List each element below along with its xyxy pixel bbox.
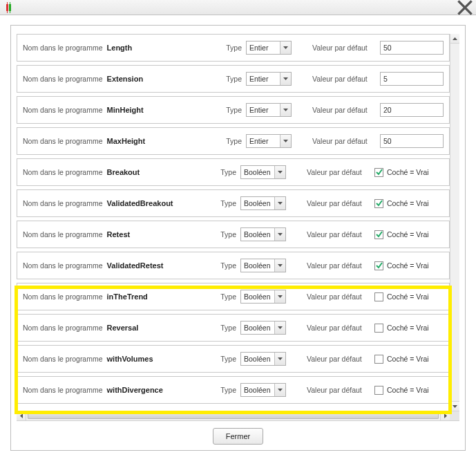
scroll-up-button[interactable] (450, 34, 459, 44)
type-select[interactable]: Entier (246, 72, 292, 86)
default-value-checkbox[interactable] (374, 386, 383, 395)
label-name: Nom dans le programme (23, 230, 103, 239)
parameter-name: Retest (107, 230, 213, 239)
type-select-value: Booléen (244, 292, 271, 301)
default-value-checkbox-wrap: Coché = Vrai (374, 292, 444, 301)
parameter-row: Nom dans le programmeExtensionTypeEntier… (17, 65, 450, 93)
horizontal-scroll-thumb[interactable] (28, 413, 439, 419)
default-value-checkbox-wrap: Coché = Vrai (374, 168, 444, 177)
type-select-value: Booléen (244, 386, 271, 394)
vertical-scrollbar[interactable] (450, 34, 459, 411)
label-default: Valeur par défaut (307, 199, 370, 207)
type-select[interactable]: Booléen (240, 227, 286, 241)
horizontal-scrollbar[interactable] (17, 411, 459, 420)
label-name: Nom dans le programme (23, 168, 103, 176)
parameter-row: Nom dans le programmeinTheTrendTypeBoolé… (17, 283, 450, 310)
window-close-button[interactable] (457, 1, 473, 14)
chevron-down-icon (280, 41, 291, 54)
label-type: Type (226, 44, 242, 52)
parameter-name: Breakout (107, 168, 213, 176)
default-value-checkbox-wrap: Coché = Vrai (374, 355, 444, 364)
type-select-value: Booléen (244, 324, 271, 332)
label-type: Type (226, 75, 242, 83)
chevron-down-icon (280, 135, 291, 147)
type-select-value: Entier (249, 106, 268, 114)
parameter-row: Nom dans le programmeMaxHeightTypeEntier… (17, 127, 450, 155)
default-value-checkbox[interactable] (374, 168, 383, 177)
type-select[interactable]: Entier (246, 134, 292, 148)
default-value-checkbox-wrap: Coché = Vrai (374, 324, 444, 333)
titlebar (0, 0, 476, 15)
type-select[interactable]: Entier (246, 103, 292, 117)
type-select-value: Booléen (244, 199, 271, 207)
label-name: Nom dans le programme (23, 199, 103, 207)
parameter-name: MinHeight (107, 106, 218, 114)
default-value-input[interactable] (380, 134, 444, 148)
chevron-down-icon (280, 73, 291, 85)
default-value-checkbox[interactable] (374, 324, 383, 333)
default-value-checkbox[interactable] (374, 199, 383, 208)
label-default: Valeur par défaut (312, 75, 376, 83)
parameter-name: withVolumes (107, 355, 213, 363)
label-type: Type (220, 355, 236, 363)
default-value-checkbox-wrap: Coché = Vrai (374, 230, 444, 239)
label-type: Type (226, 106, 242, 114)
parameter-name: ValidatedRetest (107, 261, 213, 270)
parameter-row: Nom dans le programmeRetestTypeBooléenVa… (17, 221, 450, 248)
type-select[interactable]: Booléen (240, 321, 286, 335)
chevron-down-icon (274, 228, 285, 241)
default-value-checkbox[interactable] (374, 230, 383, 239)
type-select-value: Entier (249, 137, 268, 145)
type-select-value: Booléen (244, 168, 271, 176)
parameter-row: Nom dans le programmeReversalTypeBooléen… (17, 314, 450, 342)
label-type: Type (220, 261, 236, 270)
label-default: Valeur par défaut (307, 168, 370, 176)
type-select[interactable]: Booléen (240, 290, 286, 304)
type-select[interactable]: Booléen (240, 352, 286, 366)
type-select[interactable]: Entier (246, 41, 292, 55)
default-value-checkbox-wrap: Coché = Vrai (374, 261, 444, 270)
type-select[interactable]: Booléen (240, 196, 286, 210)
label-type: Type (220, 386, 236, 394)
parameter-row: Nom dans le programmeValidatedBreakoutTy… (17, 189, 450, 217)
default-value-checkbox-wrap: Coché = Vrai (374, 386, 444, 395)
parameter-row: Nom dans le programmeMinHeightTypeEntier… (17, 96, 450, 124)
parameter-name: inTheTrend (107, 292, 213, 301)
default-value-input[interactable] (380, 72, 444, 86)
checkbox-label: Coché = Vrai (387, 199, 429, 207)
label-name: Nom dans le programme (23, 355, 103, 363)
label-type: Type (220, 292, 236, 301)
type-select[interactable]: Booléen (240, 259, 286, 272)
chevron-down-icon (274, 353, 285, 365)
scroll-right-button[interactable] (440, 411, 450, 420)
parameter-name: Reversal (107, 324, 213, 332)
default-value-input[interactable] (380, 41, 444, 55)
label-name: Nom dans le programme (23, 106, 103, 114)
parameter-row: Nom dans le programmewithVolumesTypeBool… (17, 345, 450, 373)
label-name: Nom dans le programme (23, 261, 103, 270)
scroll-down-button[interactable] (450, 401, 459, 411)
default-value-checkbox[interactable] (374, 261, 383, 270)
label-default: Valeur par défaut (307, 324, 370, 332)
checkbox-label: Coché = Vrai (387, 292, 429, 301)
type-select[interactable]: Booléen (240, 165, 286, 179)
close-button[interactable]: Fermer (213, 428, 263, 445)
default-value-checkbox[interactable] (374, 355, 383, 364)
default-value-checkbox-wrap: Coché = Vrai (374, 199, 444, 208)
label-name: Nom dans le programme (23, 324, 103, 332)
label-default: Valeur par défaut (312, 106, 376, 114)
parameter-name: ValidatedBreakout (107, 199, 213, 207)
label-type: Type (220, 324, 236, 332)
scroll-left-button[interactable] (17, 411, 26, 420)
app-icon (3, 2, 14, 13)
type-select[interactable]: Booléen (240, 383, 286, 397)
parameter-name: MaxHeight (107, 137, 218, 145)
default-value-checkbox[interactable] (374, 292, 383, 301)
checkbox-label: Coché = Vrai (387, 386, 429, 394)
label-default: Valeur par défaut (307, 355, 370, 363)
type-select-value: Booléen (244, 261, 271, 270)
default-value-input[interactable] (380, 103, 444, 117)
checkbox-label: Coché = Vrai (387, 261, 429, 270)
parameter-row: Nom dans le programmeLengthTypeEntierVal… (17, 34, 450, 62)
parameter-name: Length (107, 44, 218, 52)
